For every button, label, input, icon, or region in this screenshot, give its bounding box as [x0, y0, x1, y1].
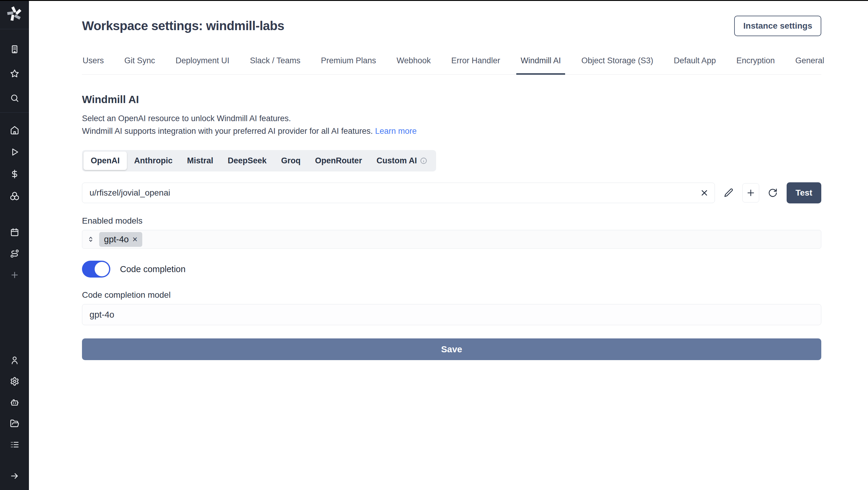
pencil-icon [724, 188, 733, 198]
boxes-icon [10, 191, 19, 201]
enabled-models-multiselect[interactable]: gpt-4o × [82, 230, 821, 249]
resource-picker-row: Test [82, 182, 821, 204]
calendar-icon [10, 227, 19, 237]
main-content: Workspace settings: windmill-labs Instan… [29, 0, 868, 360]
workspace-logo[interactable] [0, 0, 29, 29]
model-tag-label: gpt-4o [104, 235, 129, 244]
provider-deepseek[interactable]: DeepSeek [221, 152, 274, 170]
provider-mistral[interactable]: Mistral [180, 152, 221, 170]
refresh-icon [768, 188, 778, 198]
schedules-icon[interactable] [7, 225, 22, 239]
code-completion-label: Code completion [120, 264, 186, 274]
tab-encryption[interactable]: Encryption [736, 56, 775, 74]
settings-tabs: Users Git Sync Deployment UI Slack / Tea… [82, 56, 821, 75]
refresh-resource-button[interactable] [766, 185, 780, 201]
learn-more-link[interactable]: Learn more [375, 127, 416, 135]
openai-resource-input[interactable] [82, 183, 715, 203]
tab-git-sync[interactable]: Git Sync [124, 56, 156, 74]
gear-icon [10, 377, 19, 386]
folder-open-icon [10, 419, 19, 428]
user-icon [10, 356, 19, 365]
settings-icon[interactable] [7, 374, 22, 389]
clear-resource-icon[interactable] [699, 188, 710, 198]
model-tag: gpt-4o × [99, 232, 142, 247]
folders-icon[interactable] [7, 416, 22, 431]
add-item-icon[interactable] [7, 268, 22, 282]
tab-error-handler[interactable]: Error Handler [451, 56, 501, 74]
resources-icon[interactable] [7, 189, 22, 203]
tab-premium-plans[interactable]: Premium Plans [320, 56, 377, 74]
description-line-1: Select an OpenAI resource to unlock Wind… [82, 112, 821, 125]
plus-icon [746, 188, 755, 198]
tab-default-app[interactable]: Default App [673, 56, 717, 74]
favorites-icon[interactable] [7, 66, 22, 81]
tab-slack-teams[interactable]: Slack / Teams [249, 56, 301, 74]
provider-anthropic[interactable]: Anthropic [127, 152, 180, 170]
provider-segmented-control: OpenAI Anthropic Mistral DeepSeek Groq O… [82, 150, 436, 172]
section-description: Select an OpenAI resource to unlock Wind… [82, 112, 821, 137]
home-icon[interactable] [7, 123, 22, 137]
info-icon [420, 157, 427, 164]
windmill-logo-icon [6, 6, 23, 23]
runs-icon[interactable] [7, 145, 22, 159]
description-line-2: Windmill AI supports integration with yo… [82, 125, 821, 137]
audit-logs-icon[interactable] [7, 437, 22, 452]
edit-resource-button[interactable] [721, 185, 736, 201]
code-completion-model-label: Code completion model [82, 290, 821, 300]
route-icon [10, 249, 19, 258]
provider-custom-ai[interactable]: Custom AI [369, 152, 435, 170]
tab-windmill-ai[interactable]: Windmill AI [520, 56, 561, 74]
dollar-icon [10, 170, 19, 179]
code-completion-model-input[interactable] [82, 304, 821, 325]
building-icon [10, 44, 19, 54]
page-header: Workspace settings: windmill-labs Instan… [82, 0, 821, 36]
enabled-models-label: Enabled models [82, 216, 821, 226]
provider-openrouter[interactable]: OpenRouter [308, 152, 369, 170]
provider-openai[interactable]: OpenAI [84, 152, 127, 170]
provider-groq[interactable]: Groq [274, 152, 308, 170]
toggle-knob [95, 262, 109, 276]
add-resource-button[interactable] [742, 183, 759, 203]
arrow-right-icon [10, 471, 19, 481]
tab-deployment-ui[interactable]: Deployment UI [175, 56, 230, 74]
plus-icon [10, 270, 19, 280]
sidebar [0, 0, 29, 490]
sort-chevrons-icon [87, 236, 94, 243]
save-button[interactable]: Save [82, 338, 821, 360]
search-icon[interactable] [7, 91, 22, 105]
resource-input-wrap [82, 183, 715, 203]
section-heading: Windmill AI [82, 93, 821, 105]
tab-webhook[interactable]: Webhook [396, 56, 432, 74]
variables-icon[interactable] [7, 167, 22, 181]
tab-users[interactable]: Users [82, 56, 104, 74]
code-completion-row: Code completion [82, 261, 821, 278]
code-completion-toggle[interactable] [82, 261, 110, 278]
window-top-edge [0, 0, 868, 1]
instance-settings-button[interactable]: Instance settings [734, 16, 821, 36]
page-title: Workspace settings: windmill-labs [82, 19, 284, 33]
tab-general[interactable]: General [795, 56, 825, 74]
account-icon[interactable] [7, 353, 22, 367]
play-icon [10, 147, 19, 157]
list-icon [10, 440, 19, 449]
test-button[interactable]: Test [786, 182, 822, 204]
star-icon [10, 69, 19, 78]
robot-icon [10, 398, 19, 407]
tab-object-storage-s3[interactable]: Object Storage (S3) [581, 56, 654, 74]
workspace-icon[interactable] [7, 42, 22, 56]
remove-model-icon[interactable]: × [132, 235, 137, 244]
workers-icon[interactable] [7, 395, 22, 409]
flows-icon[interactable] [7, 246, 22, 261]
collapse-sidebar-icon[interactable] [7, 469, 22, 483]
